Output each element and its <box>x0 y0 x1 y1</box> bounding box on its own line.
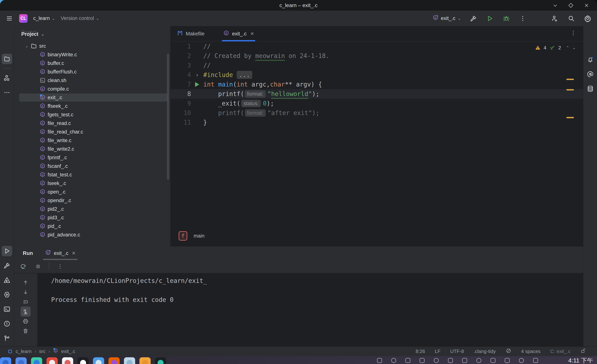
database-icon[interactable] <box>585 83 596 94</box>
function-name[interactable]: main <box>194 233 204 239</box>
close-button[interactable] <box>582 1 591 9</box>
taskbar-app-app-store[interactable] <box>31 357 42 364</box>
tab-makefile[interactable]: Makefile <box>177 26 204 41</box>
tree-row-binaryWrite.c[interactable]: C binaryWrite.c <box>14 50 170 59</box>
tree-row-compile.c[interactable]: C compile.c <box>14 85 170 93</box>
problems-tool-icon[interactable] <box>2 318 12 329</box>
debug-icon[interactable] <box>502 14 510 23</box>
scroll-down-icon[interactable] <box>21 287 31 297</box>
encoding[interactable]: UTF-8 <box>450 349 464 354</box>
tray-icon[interactable] <box>448 358 453 363</box>
line-ending[interactable]: LF <box>435 349 440 354</box>
notifications-bell-icon[interactable] <box>585 54 596 65</box>
tree-row-exit_.c[interactable]: C exit_.c <box>14 93 170 102</box>
tray-icon[interactable] <box>533 358 538 363</box>
tray-icon[interactable] <box>420 358 424 363</box>
tree-row-buffer.c[interactable]: C buffer.c <box>14 59 170 68</box>
tree-row-pid_advance.c[interactable]: C pid_advance.c <box>14 230 170 239</box>
tray-icon[interactable] <box>491 358 495 363</box>
taskbar-app-firefox[interactable] <box>109 357 120 364</box>
terminal-tool-icon[interactable] <box>2 304 12 314</box>
code-line-7[interactable]: 7int main(int argc,char** argv) { <box>170 80 583 89</box>
run-tab-exit-c[interactable]: C exit_.c ✕ <box>45 247 75 260</box>
code-line-11[interactable]: 11} <box>170 118 583 127</box>
tree-row-fgets_test.c[interactable]: C fgets_test.c <box>14 110 170 119</box>
scroll-to-end-icon[interactable] <box>21 307 31 317</box>
ai-disabled-icon[interactable] <box>505 348 511 355</box>
print-icon[interactable] <box>21 316 31 326</box>
editor-options-kebab-icon[interactable] <box>570 30 576 37</box>
taskbar-app-notes[interactable] <box>93 357 104 364</box>
lock-icon[interactable] <box>580 348 586 355</box>
project-view-selector[interactable]: Project⌄ <box>21 31 44 37</box>
indent-config[interactable]: 4 spaces <box>521 349 541 354</box>
maximize-button[interactable] <box>567 1 575 9</box>
build-icon[interactable] <box>469 14 478 23</box>
run-options-kebab-icon[interactable] <box>56 262 64 271</box>
taskbar-app-launcher[interactable] <box>0 357 11 364</box>
services-tool-icon[interactable] <box>2 289 12 300</box>
tray-icon[interactable] <box>519 358 524 363</box>
code-line-9[interactable]: 9 _exit(status:0); <box>170 99 583 108</box>
project-tool-icon[interactable] <box>2 54 12 64</box>
warning-stripe-mark[interactable] <box>566 117 574 118</box>
tray-icon[interactable] <box>434 358 439 363</box>
code-line-8[interactable]: 8 printf(format:"helloworld"); <box>170 89 583 99</box>
run-context[interactable]: C: exit_.c <box>550 349 571 354</box>
tree-scrollbar[interactable] <box>167 54 169 180</box>
run-tool-icon[interactable] <box>2 246 12 256</box>
tree-row-clean.sh[interactable]: clean.sh <box>14 76 170 85</box>
version-control-menu[interactable]: Version control⌄ <box>61 15 99 21</box>
build-tool-icon[interactable] <box>2 260 12 271</box>
taskbar-app-documents[interactable] <box>140 357 151 364</box>
tray-icon[interactable] <box>505 358 510 363</box>
settings-gear-icon[interactable] <box>584 14 592 23</box>
code-line-3[interactable]: 3// <box>170 61 583 70</box>
run-configuration-selector[interactable]: C exit_.c⌄ <box>432 15 461 22</box>
scroll-up-icon[interactable] <box>21 277 31 288</box>
warning-stripe-mark[interactable] <box>566 89 574 91</box>
tree-row-file_write2.c[interactable]: C file_write2.c <box>14 145 170 153</box>
code-line-10[interactable]: 10 printf(format:"after exit"); <box>170 108 583 118</box>
close-tab-icon[interactable]: ✕ <box>250 31 254 36</box>
code-line-4[interactable]: 4›#include ... <box>170 70 583 80</box>
tree-row-file_write.c[interactable]: C file_write.c <box>14 136 170 145</box>
code-line-2[interactable]: 2// Created by meowrain on 24-1-18. <box>170 51 583 61</box>
code-with-me-icon[interactable] <box>551 14 559 23</box>
tree-row-lseek_.c[interactable]: C lseek_.c <box>14 179 170 188</box>
clang-tidy[interactable]: .clang-tidy <box>474 349 496 354</box>
warning-stripe-mark[interactable] <box>566 79 574 80</box>
minimize-button[interactable] <box>551 1 559 9</box>
code-line-1[interactable]: 1// <box>170 42 583 51</box>
tree-row-pid_.c[interactable]: C pid_.c <box>14 222 170 230</box>
tree-row-file_read.c[interactable]: C file_read.c <box>14 119 170 128</box>
taskbar-app-avatar-app[interactable] <box>124 357 135 364</box>
caret-position[interactable]: 8:26 <box>416 349 425 354</box>
taskbar-app-browser[interactable] <box>47 357 58 364</box>
tree-row-src[interactable]: ⌄ src <box>14 42 170 50</box>
folded-region[interactable]: ... <box>237 71 252 79</box>
tree-row-file_read_char.c[interactable]: C file_read_char.c <box>14 128 170 136</box>
ai-assistant-icon[interactable] <box>585 69 596 79</box>
structure-tool-icon[interactable] <box>2 73 12 83</box>
tree-row-fstat_test.c[interactable]: C fstat_test.c <box>14 170 170 179</box>
tray-icon[interactable] <box>462 358 467 363</box>
tree-row-pid3_.c[interactable]: C pid3_.c <box>14 213 170 222</box>
taskbar-app-clion[interactable] <box>155 357 166 364</box>
taskbar-app-chat[interactable] <box>78 357 89 364</box>
chevron-down-icon[interactable]: ⌄ <box>25 44 31 48</box>
tree-row-opendir_.c[interactable]: C opendir_.c <box>14 196 170 205</box>
stop-icon[interactable] <box>34 262 42 271</box>
hamburger-menu-icon[interactable] <box>5 14 13 23</box>
run-console[interactable]: /home/meowrain/CLionProjects/c_learn/exi… <box>37 273 583 346</box>
tray-icon[interactable] <box>476 358 481 363</box>
profiler-tool-icon[interactable] <box>2 275 12 285</box>
tray-icon[interactable] <box>391 358 396 363</box>
tree-row-ffseek_.c[interactable]: C ffseek_.c <box>14 102 170 110</box>
clear-console-icon[interactable] <box>21 326 31 336</box>
code-editor[interactable]: 1//2// Created by meowrain on 24-1-18.3/… <box>170 42 583 223</box>
tree-row-bufferFlush.c[interactable]: C bufferFlush.c <box>14 68 170 76</box>
version-control-tool-icon[interactable] <box>2 333 12 343</box>
tree-row-fprintf_.c[interactable]: C fprintf_.c <box>14 153 170 162</box>
project-selector[interactable]: c_learn⌄ <box>33 15 55 21</box>
